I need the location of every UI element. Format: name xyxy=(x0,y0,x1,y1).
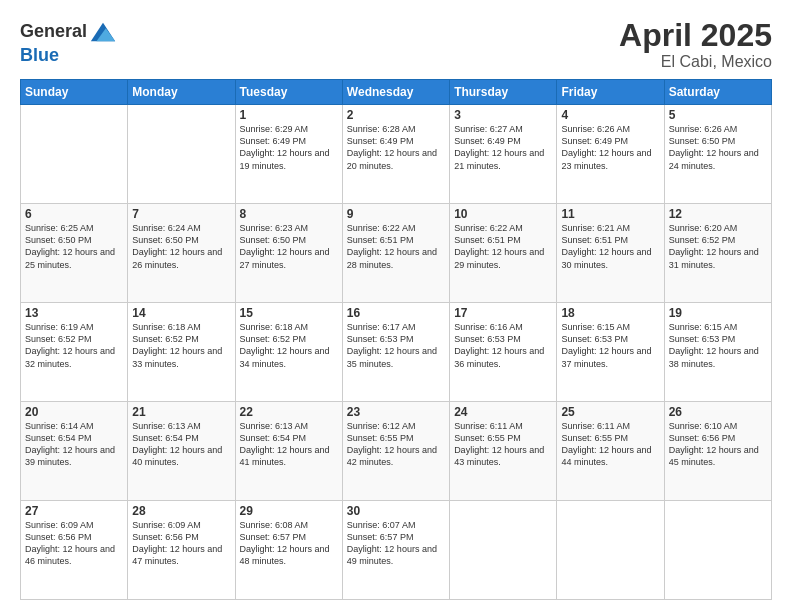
calendar-cell: 24Sunrise: 6:11 AMSunset: 6:55 PMDayligh… xyxy=(450,402,557,501)
day-number: 5 xyxy=(669,108,767,122)
calendar-cell: 11Sunrise: 6:21 AMSunset: 6:51 PMDayligh… xyxy=(557,204,664,303)
day-header-sunday: Sunday xyxy=(21,80,128,105)
day-number: 12 xyxy=(669,207,767,221)
day-info: Sunrise: 6:22 AMSunset: 6:51 PMDaylight:… xyxy=(347,222,445,271)
day-info: Sunrise: 6:07 AMSunset: 6:57 PMDaylight:… xyxy=(347,519,445,568)
day-number: 30 xyxy=(347,504,445,518)
calendar-cell: 15Sunrise: 6:18 AMSunset: 6:52 PMDayligh… xyxy=(235,303,342,402)
day-info: Sunrise: 6:21 AMSunset: 6:51 PMDaylight:… xyxy=(561,222,659,271)
calendar-cell: 23Sunrise: 6:12 AMSunset: 6:55 PMDayligh… xyxy=(342,402,449,501)
day-number: 28 xyxy=(132,504,230,518)
day-info: Sunrise: 6:18 AMSunset: 6:52 PMDaylight:… xyxy=(132,321,230,370)
logo-text: General xyxy=(20,22,87,42)
calendar-cell xyxy=(557,501,664,600)
calendar-week-5: 27Sunrise: 6:09 AMSunset: 6:56 PMDayligh… xyxy=(21,501,772,600)
day-number: 16 xyxy=(347,306,445,320)
day-info: Sunrise: 6:25 AMSunset: 6:50 PMDaylight:… xyxy=(25,222,123,271)
day-info: Sunrise: 6:11 AMSunset: 6:55 PMDaylight:… xyxy=(561,420,659,469)
day-info: Sunrise: 6:22 AMSunset: 6:51 PMDaylight:… xyxy=(454,222,552,271)
day-info: Sunrise: 6:27 AMSunset: 6:49 PMDaylight:… xyxy=(454,123,552,172)
calendar-cell: 2Sunrise: 6:28 AMSunset: 6:49 PMDaylight… xyxy=(342,105,449,204)
calendar-cell xyxy=(450,501,557,600)
calendar-cell: 4Sunrise: 6:26 AMSunset: 6:49 PMDaylight… xyxy=(557,105,664,204)
calendar-cell xyxy=(128,105,235,204)
calendar-week-2: 6Sunrise: 6:25 AMSunset: 6:50 PMDaylight… xyxy=(21,204,772,303)
calendar-week-3: 13Sunrise: 6:19 AMSunset: 6:52 PMDayligh… xyxy=(21,303,772,402)
page: General Blue April 2025 El Cabi, Mexico … xyxy=(0,0,792,612)
day-number: 15 xyxy=(240,306,338,320)
calendar-title: April 2025 xyxy=(619,18,772,53)
day-number: 19 xyxy=(669,306,767,320)
day-info: Sunrise: 6:14 AMSunset: 6:54 PMDaylight:… xyxy=(25,420,123,469)
day-info: Sunrise: 6:23 AMSunset: 6:50 PMDaylight:… xyxy=(240,222,338,271)
day-info: Sunrise: 6:12 AMSunset: 6:55 PMDaylight:… xyxy=(347,420,445,469)
calendar-cell: 21Sunrise: 6:13 AMSunset: 6:54 PMDayligh… xyxy=(128,402,235,501)
day-number: 22 xyxy=(240,405,338,419)
calendar-cell: 7Sunrise: 6:24 AMSunset: 6:50 PMDaylight… xyxy=(128,204,235,303)
day-info: Sunrise: 6:13 AMSunset: 6:54 PMDaylight:… xyxy=(240,420,338,469)
day-info: Sunrise: 6:08 AMSunset: 6:57 PMDaylight:… xyxy=(240,519,338,568)
calendar-cell: 25Sunrise: 6:11 AMSunset: 6:55 PMDayligh… xyxy=(557,402,664,501)
day-number: 13 xyxy=(25,306,123,320)
day-info: Sunrise: 6:17 AMSunset: 6:53 PMDaylight:… xyxy=(347,321,445,370)
day-info: Sunrise: 6:26 AMSunset: 6:50 PMDaylight:… xyxy=(669,123,767,172)
calendar-subtitle: El Cabi, Mexico xyxy=(619,53,772,71)
day-number: 10 xyxy=(454,207,552,221)
day-info: Sunrise: 6:11 AMSunset: 6:55 PMDaylight:… xyxy=(454,420,552,469)
day-info: Sunrise: 6:10 AMSunset: 6:56 PMDaylight:… xyxy=(669,420,767,469)
day-number: 3 xyxy=(454,108,552,122)
calendar-table: SundayMondayTuesdayWednesdayThursdayFrid… xyxy=(20,79,772,600)
logo-blue-text: Blue xyxy=(20,46,59,66)
calendar-cell: 6Sunrise: 6:25 AMSunset: 6:50 PMDaylight… xyxy=(21,204,128,303)
day-info: Sunrise: 6:09 AMSunset: 6:56 PMDaylight:… xyxy=(132,519,230,568)
day-header-friday: Friday xyxy=(557,80,664,105)
day-number: 6 xyxy=(25,207,123,221)
calendar-cell: 1Sunrise: 6:29 AMSunset: 6:49 PMDaylight… xyxy=(235,105,342,204)
calendar-cell: 8Sunrise: 6:23 AMSunset: 6:50 PMDaylight… xyxy=(235,204,342,303)
day-number: 24 xyxy=(454,405,552,419)
calendar-header-row: SundayMondayTuesdayWednesdayThursdayFrid… xyxy=(21,80,772,105)
day-header-monday: Monday xyxy=(128,80,235,105)
calendar-cell: 16Sunrise: 6:17 AMSunset: 6:53 PMDayligh… xyxy=(342,303,449,402)
logo-icon xyxy=(89,18,117,46)
day-number: 4 xyxy=(561,108,659,122)
calendar-cell: 10Sunrise: 6:22 AMSunset: 6:51 PMDayligh… xyxy=(450,204,557,303)
logo: General Blue xyxy=(20,18,117,66)
day-info: Sunrise: 6:20 AMSunset: 6:52 PMDaylight:… xyxy=(669,222,767,271)
day-number: 21 xyxy=(132,405,230,419)
day-info: Sunrise: 6:29 AMSunset: 6:49 PMDaylight:… xyxy=(240,123,338,172)
day-number: 18 xyxy=(561,306,659,320)
day-info: Sunrise: 6:09 AMSunset: 6:56 PMDaylight:… xyxy=(25,519,123,568)
calendar-cell: 20Sunrise: 6:14 AMSunset: 6:54 PMDayligh… xyxy=(21,402,128,501)
day-number: 8 xyxy=(240,207,338,221)
header: General Blue April 2025 El Cabi, Mexico xyxy=(20,18,772,71)
day-number: 26 xyxy=(669,405,767,419)
day-number: 25 xyxy=(561,405,659,419)
calendar-cell: 12Sunrise: 6:20 AMSunset: 6:52 PMDayligh… xyxy=(664,204,771,303)
day-number: 14 xyxy=(132,306,230,320)
day-info: Sunrise: 6:18 AMSunset: 6:52 PMDaylight:… xyxy=(240,321,338,370)
day-info: Sunrise: 6:19 AMSunset: 6:52 PMDaylight:… xyxy=(25,321,123,370)
day-number: 7 xyxy=(132,207,230,221)
calendar-cell: 5Sunrise: 6:26 AMSunset: 6:50 PMDaylight… xyxy=(664,105,771,204)
calendar-cell: 29Sunrise: 6:08 AMSunset: 6:57 PMDayligh… xyxy=(235,501,342,600)
day-header-thursday: Thursday xyxy=(450,80,557,105)
day-header-saturday: Saturday xyxy=(664,80,771,105)
day-header-wednesday: Wednesday xyxy=(342,80,449,105)
calendar-cell: 30Sunrise: 6:07 AMSunset: 6:57 PMDayligh… xyxy=(342,501,449,600)
calendar-cell: 22Sunrise: 6:13 AMSunset: 6:54 PMDayligh… xyxy=(235,402,342,501)
calendar-cell: 3Sunrise: 6:27 AMSunset: 6:49 PMDaylight… xyxy=(450,105,557,204)
calendar-cell xyxy=(664,501,771,600)
day-number: 20 xyxy=(25,405,123,419)
day-number: 17 xyxy=(454,306,552,320)
day-number: 27 xyxy=(25,504,123,518)
day-number: 9 xyxy=(347,207,445,221)
day-number: 2 xyxy=(347,108,445,122)
calendar-cell: 9Sunrise: 6:22 AMSunset: 6:51 PMDaylight… xyxy=(342,204,449,303)
calendar-cell: 28Sunrise: 6:09 AMSunset: 6:56 PMDayligh… xyxy=(128,501,235,600)
calendar-cell: 17Sunrise: 6:16 AMSunset: 6:53 PMDayligh… xyxy=(450,303,557,402)
calendar-cell: 14Sunrise: 6:18 AMSunset: 6:52 PMDayligh… xyxy=(128,303,235,402)
calendar-cell: 13Sunrise: 6:19 AMSunset: 6:52 PMDayligh… xyxy=(21,303,128,402)
calendar-cell xyxy=(21,105,128,204)
calendar-week-1: 1Sunrise: 6:29 AMSunset: 6:49 PMDaylight… xyxy=(21,105,772,204)
